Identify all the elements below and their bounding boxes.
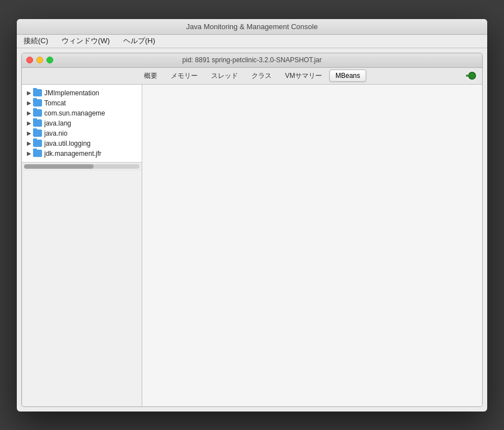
chevron-icon: ▶ — [25, 89, 33, 97]
tree-scrollbar-track[interactable] — [24, 164, 139, 169]
tree-item-java-lang[interactable]: ▶ java.lang — [22, 118, 142, 128]
tab-memory[interactable]: メモリー — [165, 69, 204, 83]
chevron-icon: ▶ — [25, 119, 33, 127]
tree-label-java-lang: java.lang — [44, 119, 71, 127]
tree-scrollbar-area — [22, 162, 142, 171]
left-panel-wrapper: ▶ JMImplementation ▶ Tomcat ▶ com — [22, 85, 142, 406]
folder-icon — [33, 119, 42, 127]
desktop: Java Monitoring & Management Console 接続(… — [0, 0, 504, 430]
outer-window-title: Java Monitoring & Management Console — [186, 22, 318, 31]
tab-overview[interactable]: 概要 — [138, 69, 164, 83]
folder-icon — [33, 150, 42, 157]
tab-mbeans[interactable]: MBeans — [329, 70, 366, 82]
connection-status-area — [466, 70, 478, 81]
chevron-icon: ▶ — [25, 150, 33, 158]
maximize-button[interactable] — [46, 57, 53, 63]
chevron-icon: ▶ — [25, 140, 33, 147]
outer-window: Java Monitoring & Management Console 接続(… — [17, 19, 487, 411]
chevron-icon: ▶ — [25, 99, 33, 107]
tab-classes[interactable]: クラス — [245, 69, 278, 83]
connection-icon — [468, 72, 476, 80]
tab-threads[interactable]: スレッド — [205, 69, 244, 83]
folder-icon — [33, 140, 42, 147]
menubar: 接続(C) ウィンドウ(W) ヘルプ(H) — [17, 35, 487, 48]
tree-scrollbar-thumb[interactable] — [24, 164, 94, 169]
menu-item-window[interactable]: ウィンドウ(W) — [59, 35, 112, 47]
tree-label-jdk-management-jfr: jdk.management.jfr — [44, 150, 101, 158]
close-button[interactable] — [26, 57, 33, 63]
traffic-lights — [22, 57, 53, 63]
chevron-icon: ▶ — [25, 130, 33, 137]
tree-item-jmimplementation[interactable]: ▶ JMImplementation — [22, 88, 142, 98]
minimize-button[interactable] — [36, 57, 43, 63]
folder-icon — [33, 99, 42, 107]
tree-label-java-nio: java.nio — [44, 130, 67, 137]
outer-titlebar: Java Monitoring & Management Console — [17, 19, 487, 35]
tree-item-java-util-logging[interactable]: ▶ java.util.logging — [22, 138, 142, 149]
folder-icon — [33, 130, 42, 137]
tree-item-tomcat[interactable]: ▶ Tomcat — [22, 98, 142, 108]
tab-vm-summary[interactable]: VMサマリー — [279, 69, 328, 83]
tabs-bar: 概要 メモリー スレッド クラス VMサマリー MBeans — [22, 68, 482, 85]
tree-item-com-sun[interactable]: ▶ com.sun.manageme — [22, 108, 142, 118]
menu-item-help[interactable]: ヘルプ(H) — [121, 35, 157, 47]
tree-label-com-sun: com.sun.manageme — [44, 109, 105, 117]
chevron-icon: ▶ — [25, 109, 33, 117]
content-area: ▶ JMImplementation ▶ Tomcat ▶ com — [22, 85, 482, 406]
inner-window-title: pid: 8891 spring-petclinic-3.2.0-SNAPSHO… — [183, 56, 322, 64]
menu-item-connect[interactable]: 接続(C) — [21, 35, 50, 47]
tree-label-tomcat: Tomcat — [44, 99, 66, 107]
folder-icon — [33, 89, 42, 96]
tree-item-java-nio[interactable]: ▶ java.nio — [22, 128, 142, 138]
tree-label-jmimplementation: JMImplementation — [44, 89, 99, 97]
right-panel — [142, 85, 482, 406]
folder-icon — [33, 109, 42, 117]
tree-panel[interactable]: ▶ JMImplementation ▶ Tomcat ▶ com — [22, 85, 142, 162]
inner-window: pid: 8891 spring-petclinic-3.2.0-SNAPSHO… — [21, 53, 483, 407]
inner-titlebar: pid: 8891 spring-petclinic-3.2.0-SNAPSHO… — [22, 53, 482, 68]
tree-label-java-util-logging: java.util.logging — [44, 140, 91, 147]
tree-item-jdk-management-jfr[interactable]: ▶ jdk.management.jfr — [22, 149, 142, 159]
